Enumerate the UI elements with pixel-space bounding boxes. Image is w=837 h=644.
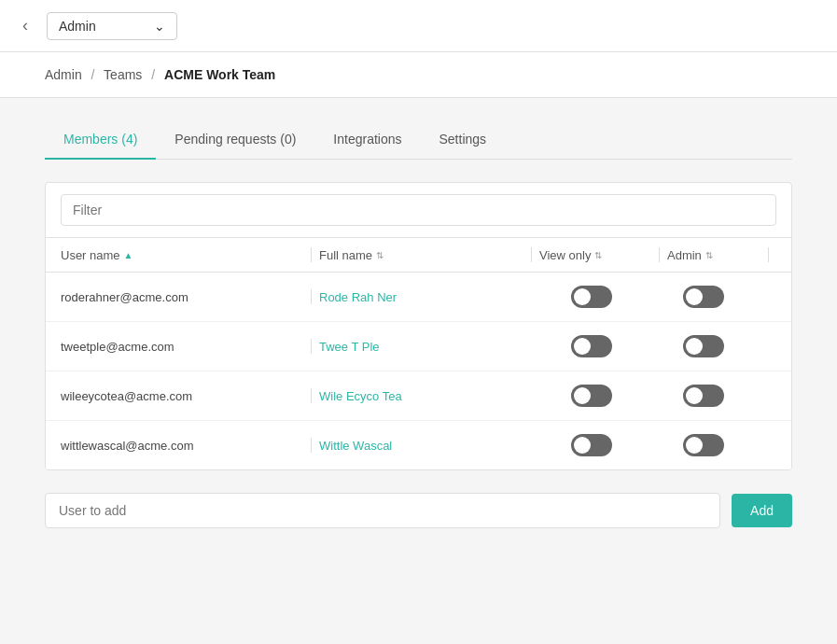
viewonly-toggle[interactable] — [571, 385, 612, 407]
cell-viewonly[interactable] — [571, 335, 683, 357]
row-sep — [311, 438, 312, 453]
breadcrumb-current: ACME Work Team — [164, 67, 275, 82]
row-sep — [311, 388, 312, 403]
cell-username: tweetple@acme.com — [61, 340, 303, 354]
admin-toggle[interactable] — [683, 385, 724, 407]
tab-settings[interactable]: Settings — [421, 120, 506, 160]
main-content: Members (4) Pending requests (0) Integra… — [0, 98, 837, 641]
chevron-down-icon: ⌄ — [154, 19, 165, 34]
breadcrumb-sep2: / — [151, 67, 155, 82]
tab-integrations[interactable]: Integrations — [314, 120, 420, 160]
col-sep-2 — [531, 247, 532, 262]
cell-admin[interactable] — [683, 286, 776, 308]
sort-admin-icon: ⇅ — [705, 250, 713, 260]
cell-username: wileeycotea@acme.com — [61, 389, 303, 403]
add-user-input[interactable] — [45, 493, 720, 528]
col-header-username[interactable]: User name ▲ — [61, 248, 303, 262]
sort-username-icon: ▲ — [124, 250, 133, 260]
top-bar: ‹ Admin ⌄ — [0, 0, 837, 52]
col-header-admin[interactable]: Admin ⇅ — [667, 248, 760, 262]
sort-fullname-icon: ⇅ — [376, 250, 384, 260]
cell-viewonly[interactable] — [571, 434, 683, 456]
admin-dropdown-label: Admin — [59, 19, 96, 34]
viewonly-toggle[interactable] — [571, 335, 612, 357]
table-row: tweetple@acme.com Twee T Ple — [46, 322, 791, 371]
cell-fullname: Rode Rah Ner — [319, 290, 571, 304]
breadcrumb-admin[interactable]: Admin — [45, 67, 82, 82]
cell-viewonly[interactable] — [571, 286, 683, 308]
col-header-viewonly[interactable]: View only ⇅ — [539, 248, 651, 262]
cell-fullname: Wile Ecyco Tea — [319, 389, 571, 403]
add-user-bar: Add — [45, 493, 792, 528]
cell-admin[interactable] — [683, 385, 776, 407]
tab-bar: Members (4) Pending requests (0) Integra… — [45, 120, 792, 160]
breadcrumb: Admin / Teams / ACME Work Team — [0, 52, 837, 98]
row-sep — [311, 289, 312, 304]
admin-dropdown[interactable]: Admin ⌄ — [47, 12, 177, 40]
members-table-container: User name ▲ Full name ⇅ View only ⇅ Admi… — [45, 182, 792, 470]
cell-admin[interactable] — [683, 335, 776, 357]
breadcrumb-sep1: / — [91, 67, 95, 82]
admin-toggle[interactable] — [683, 434, 724, 456]
viewonly-toggle[interactable] — [571, 434, 612, 456]
tab-pending-requests[interactable]: Pending requests (0) — [156, 120, 314, 160]
cell-fullname: Wittle Wascal — [319, 439, 571, 453]
cell-admin[interactable] — [683, 434, 776, 456]
col-sep-3 — [659, 247, 660, 262]
cell-username: roderahner@acme.com — [61, 290, 303, 304]
breadcrumb-teams[interactable]: Teams — [104, 67, 142, 82]
back-button[interactable]: ‹ — [15, 12, 35, 39]
table-header: User name ▲ Full name ⇅ View only ⇅ Admi… — [46, 238, 791, 273]
table-row: roderahner@acme.com Rode Rah Ner — [46, 273, 791, 322]
admin-toggle[interactable] — [683, 335, 724, 357]
cell-viewonly[interactable] — [571, 385, 683, 407]
add-button[interactable]: Add — [732, 494, 792, 527]
tab-members[interactable]: Members (4) — [45, 120, 156, 160]
col-header-fullname[interactable]: Full name ⇅ — [319, 248, 523, 262]
table-row: wileeycotea@acme.com Wile Ecyco Tea — [46, 371, 791, 421]
table-row: wittlewascal@acme.com Wittle Wascal — [46, 421, 791, 469]
viewonly-toggle[interactable] — [571, 286, 612, 308]
cell-fullname: Twee T Ple — [319, 340, 571, 354]
admin-toggle[interactable] — [683, 286, 724, 308]
filter-row — [46, 183, 791, 238]
col-sep-1 — [311, 247, 312, 262]
col-sep-4 — [768, 247, 769, 262]
filter-input[interactable] — [61, 194, 776, 226]
sort-viewonly-icon: ⇅ — [594, 250, 602, 260]
cell-username: wittlewascal@acme.com — [61, 439, 303, 453]
row-sep — [311, 339, 312, 354]
